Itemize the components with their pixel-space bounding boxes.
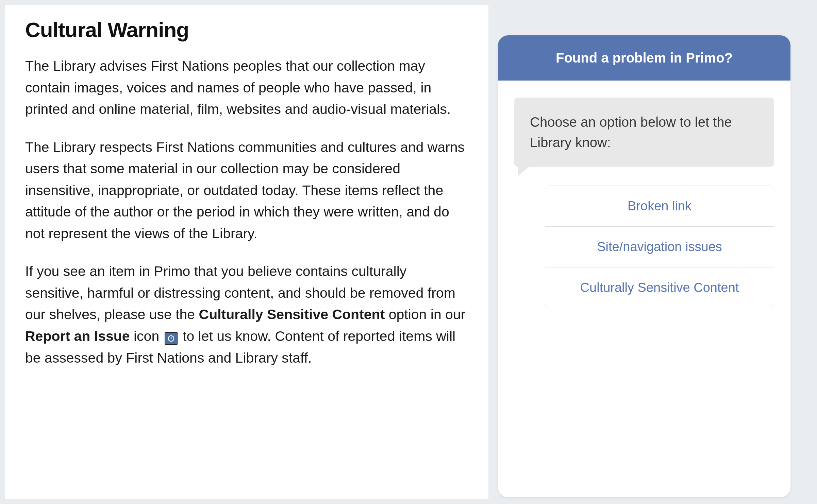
report-problem-chat: Found a problem in Primo? Choose an opti… (498, 35, 790, 497)
bubble-tail-icon (518, 166, 530, 176)
p3-text-c: icon (130, 328, 163, 344)
cultural-warning-paragraph-1: The Library advises First Nations people… (25, 55, 468, 120)
chat-prompt-text: Choose an option below to let the Librar… (514, 98, 774, 167)
cultural-warning-paragraph-3: If you see an item in Primo that you bel… (25, 261, 468, 369)
p3-text-b: option in our (385, 307, 465, 322)
option-culturally-sensitive-content[interactable]: Culturally Sensitive Content (545, 267, 774, 308)
option-broken-link[interactable]: Broken link (545, 186, 774, 227)
alert-circle-icon (165, 332, 178, 345)
p3-bold-culturally-sensitive: Culturally Sensitive Content (199, 307, 385, 322)
option-site-navigation-issues[interactable]: Site/navigation issues (545, 227, 774, 267)
chat-option-list: Broken link Site/navigation issues Cultu… (545, 186, 774, 308)
chat-header: Found a problem in Primo? (498, 35, 790, 81)
cultural-warning-paragraph-2: The Library respects First Nations commu… (25, 137, 468, 245)
cultural-warning-title: Cultural Warning (25, 18, 468, 42)
cultural-warning-card: Cultural Warning The Library advises Fir… (5, 5, 488, 499)
chat-prompt-bubble: Choose an option below to let the Librar… (514, 98, 774, 167)
svg-point-2 (171, 340, 171, 340)
p3-bold-report-issue: Report an Issue (25, 328, 130, 344)
